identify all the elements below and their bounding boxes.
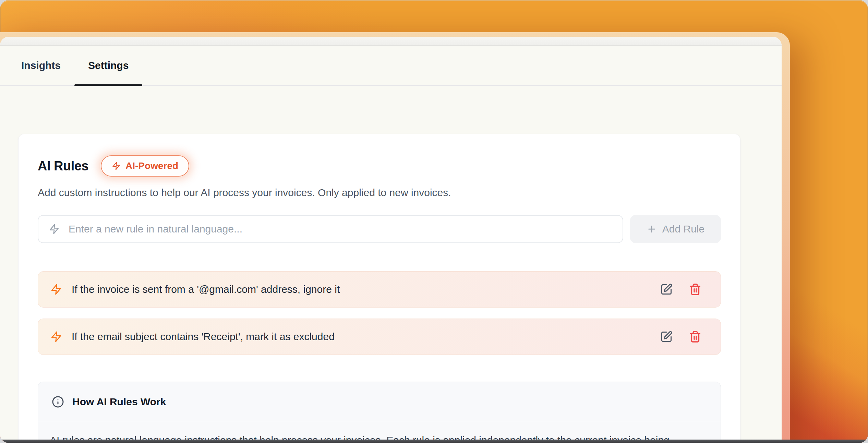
- trash-icon: [689, 283, 701, 296]
- app-window-shadow: Insights Settings AI Rules AI-Powered: [0, 32, 790, 443]
- zap-icon: [49, 224, 60, 236]
- page-title: AI Rules: [38, 159, 88, 173]
- new-rule-input[interactable]: [38, 215, 623, 243]
- how-rules-work-body: AI rules are natural language instructio…: [38, 422, 721, 443]
- ai-powered-badge-label: AI-Powered: [125, 160, 178, 171]
- rule-text: If the invoice is sent from a '@gmail.co…: [72, 284, 340, 295]
- rule-row: If the email subject contains 'Receipt',…: [38, 319, 721, 355]
- add-rule-button-label: Add Rule: [662, 223, 704, 235]
- ai-rules-card: AI Rules AI-Powered Add custom instructi…: [18, 134, 740, 443]
- edit-rule-button[interactable]: [660, 283, 673, 296]
- rule-text: If the email subject contains 'Receipt',…: [72, 331, 335, 343]
- info-circle-icon: [52, 396, 64, 408]
- tab-settings-label: Settings: [88, 60, 129, 71]
- add-rule-button[interactable]: Add Rule: [630, 215, 721, 243]
- tab-insights-label: Insights: [21, 60, 61, 71]
- delete-rule-button[interactable]: [689, 331, 701, 343]
- rules-list: If the invoice is sent from a '@gmail.co…: [38, 271, 721, 355]
- trash-icon: [689, 331, 701, 343]
- how-rules-work-box: How AI Rules Work AI rules are natural l…: [38, 382, 721, 443]
- square-pen-icon: [660, 283, 673, 296]
- window-titlebar: [0, 37, 782, 46]
- zap-icon: [50, 284, 62, 295]
- delete-rule-button[interactable]: [689, 283, 701, 296]
- rule-input-wrap: [38, 215, 623, 243]
- zap-icon: [112, 161, 121, 170]
- ai-rules-header: AI Rules AI-Powered: [38, 155, 721, 177]
- rule-row: If the invoice is sent from a '@gmail.co…: [38, 271, 721, 308]
- square-pen-icon: [660, 331, 673, 343]
- desktop-screenshot: Insights Settings AI Rules AI-Powered: [0, 0, 868, 443]
- tab-settings[interactable]: Settings: [74, 46, 142, 85]
- zap-icon: [50, 331, 62, 343]
- how-rules-work-header: How AI Rules Work: [38, 382, 721, 422]
- rule-actions: [660, 331, 701, 343]
- tabs-bar: Insights Settings: [0, 46, 782, 86]
- how-rules-work-title: How AI Rules Work: [72, 396, 166, 408]
- rule-actions: [660, 283, 701, 296]
- ai-powered-badge: AI-Powered: [101, 155, 189, 177]
- tab-insights[interactable]: Insights: [8, 46, 74, 85]
- plus-icon: [647, 224, 657, 234]
- ai-rules-description: Add custom instructions to help our AI p…: [38, 187, 721, 199]
- rule-input-row: Add Rule: [38, 215, 721, 243]
- app-window: Insights Settings AI Rules AI-Powered: [0, 37, 782, 443]
- edit-rule-button[interactable]: [660, 331, 673, 343]
